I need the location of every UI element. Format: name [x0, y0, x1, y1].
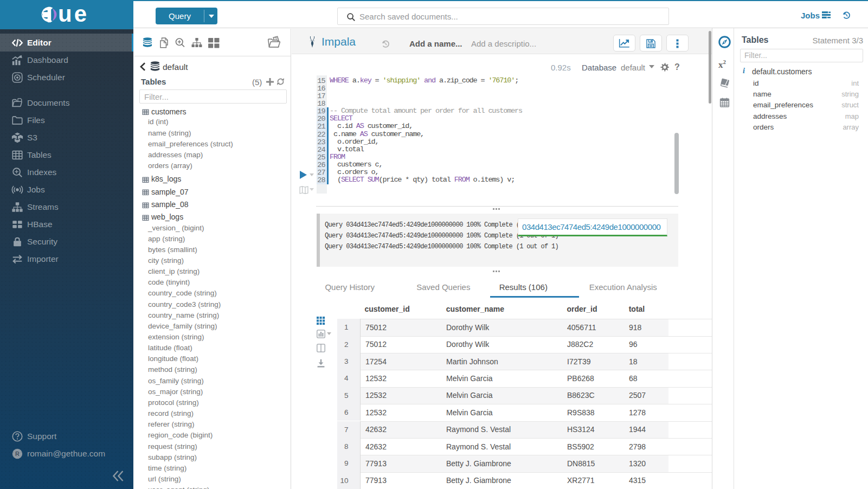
- svg-text:R: R: [15, 451, 20, 457]
- svg-text:ue: ue: [58, 7, 89, 23]
